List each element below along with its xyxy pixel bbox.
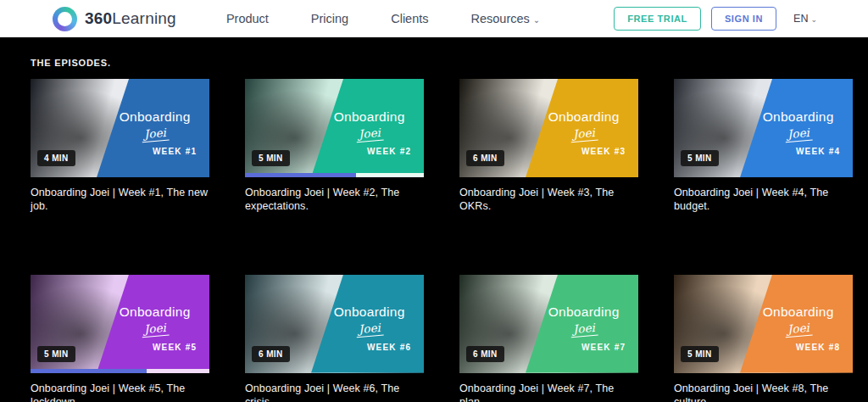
watch-progress-bar [245, 173, 424, 177]
episode-overlay-text: Onboarding Joei [535, 109, 633, 142]
episode-caption[interactable]: Onboarding Joei | Week #4, The budget. [674, 186, 853, 214]
episode-thumbnail[interactable]: Onboarding Joei WEEK #1 4 MIN [31, 79, 209, 177]
brand-ring-icon [53, 7, 77, 31]
nav-item-label: Clients [391, 12, 428, 25]
nav-item-pricing[interactable]: Pricing [311, 12, 348, 25]
duration-badge: 6 MIN [252, 346, 290, 362]
language-selector[interactable]: EN⌄ [793, 13, 817, 25]
episode-week-label: WEEK #3 [581, 147, 626, 156]
duration-badge: 5 MIN [681, 346, 719, 362]
overlay-series-title: Onboarding [535, 109, 633, 125]
episode-week-label: WEEK #8 [796, 343, 840, 352]
episode-caption[interactable]: Onboarding Joei | Week #7, The plan. [459, 382, 638, 402]
watch-progress-fill [31, 369, 147, 373]
episode-overlay-text: Onboarding Joei [106, 109, 204, 142]
nav-item-label: Resources [471, 12, 530, 25]
episodes-row-1: Onboarding Joei WEEK #1 4 MIN Onboarding… [31, 79, 868, 214]
episode-week-label: WEEK #7 [581, 343, 626, 352]
episodes-row-2: Onboarding Joei WEEK #5 5 MIN Onboarding… [31, 275, 868, 402]
episode-week-label: WEEK #2 [367, 147, 411, 156]
episode-overlay-text: Onboarding Joei [749, 109, 848, 142]
episode-card[interactable]: Onboarding Joei WEEK #5 5 MIN Onboarding… [31, 275, 209, 402]
overlay-series-script: Joei [570, 126, 598, 143]
episode-overlay-text: Onboarding Joei [320, 304, 419, 337]
overlay-series-title: Onboarding [320, 109, 419, 125]
episode-caption[interactable]: Onboarding Joei | Week #3, The OKRs. [459, 186, 638, 214]
nav-item-label: Pricing [311, 12, 348, 25]
free-trial-button[interactable]: FREE TRIAL [614, 7, 701, 31]
duration-badge: 5 MIN [681, 150, 719, 166]
overlay-series-title: Onboarding [320, 304, 419, 320]
episode-week-label: WEEK #4 [796, 147, 840, 156]
overlay-series-script: Joei [570, 321, 598, 338]
nav-item-product[interactable]: Product [226, 12, 269, 25]
overlay-series-title: Onboarding [106, 109, 204, 125]
episode-caption[interactable]: Onboarding Joei | Week #2, The expectati… [245, 186, 424, 214]
brand-name-regular: Learning [112, 9, 176, 27]
duration-badge: 5 MIN [37, 346, 75, 362]
duration-badge: 6 MIN [466, 150, 504, 166]
episode-card[interactable]: Onboarding Joei WEEK #8 5 MIN Onboarding… [674, 275, 853, 402]
episode-caption[interactable]: Onboarding Joei | Week #8, The culture. [674, 382, 853, 402]
brand-name: 360Learning [85, 9, 176, 28]
chevron-down-icon: ⌄ [810, 15, 817, 24]
episode-thumbnail[interactable]: Onboarding Joei WEEK #4 5 MIN [674, 79, 853, 177]
episode-overlay-text: Onboarding Joei [749, 304, 848, 337]
episodes-section: THE EPISODES. Onboarding Joei WEEK #1 4 … [0, 37, 868, 402]
duration-badge: 6 MIN [466, 346, 504, 362]
nav-item-resources[interactable]: Resources⌄ [471, 12, 541, 25]
site-header: 360Learning ProductPricingClientsResourc… [0, 0, 868, 37]
episode-overlay-text: Onboarding Joei [106, 304, 204, 337]
overlay-series-title: Onboarding [106, 304, 204, 320]
header-actions: FREE TRIAL SIGN IN EN⌄ [614, 7, 817, 31]
overlay-series-title: Onboarding [749, 109, 848, 125]
episode-thumbnail[interactable]: Onboarding Joei WEEK #8 5 MIN [674, 275, 853, 373]
duration-badge: 4 MIN [37, 150, 75, 166]
overlay-series-title: Onboarding [749, 304, 848, 320]
episode-card[interactable]: Onboarding Joei WEEK #4 5 MIN Onboarding… [674, 79, 853, 214]
watch-progress-bar [31, 369, 209, 373]
episode-thumbnail[interactable]: Onboarding Joei WEEK #6 6 MIN [245, 275, 424, 373]
episode-card[interactable]: Onboarding Joei WEEK #1 4 MIN Onboarding… [31, 79, 209, 214]
episode-thumbnail[interactable]: Onboarding Joei WEEK #3 6 MIN [459, 79, 638, 177]
overlay-series-title: Onboarding [535, 304, 633, 320]
overlay-series-script: Joei [784, 321, 812, 338]
duration-badge: 5 MIN [252, 150, 290, 166]
episode-card[interactable]: Onboarding Joei WEEK #2 5 MIN Onboarding… [245, 79, 424, 214]
section-title: THE EPISODES. [31, 58, 868, 68]
overlay-series-script: Joei [141, 126, 169, 143]
overlay-series-script: Joei [784, 126, 812, 143]
episode-overlay-text: Onboarding Joei [535, 304, 633, 337]
episode-week-label: WEEK #1 [153, 147, 197, 156]
episode-card[interactable]: Onboarding Joei WEEK #3 6 MIN Onboarding… [459, 79, 638, 214]
episode-card[interactable]: Onboarding Joei WEEK #6 6 MIN Onboarding… [245, 275, 424, 402]
episode-thumbnail[interactable]: Onboarding Joei WEEK #5 5 MIN [31, 275, 209, 373]
episode-caption[interactable]: Onboarding Joei | Week #1, The new job. [31, 186, 209, 214]
episode-overlay-text: Onboarding Joei [320, 109, 419, 142]
sign-in-button[interactable]: SIGN IN [711, 7, 776, 31]
overlay-series-script: Joei [141, 321, 169, 338]
episode-week-label: WEEK #6 [367, 343, 411, 352]
watch-progress-fill [245, 173, 356, 177]
nav-item-label: Product [226, 12, 269, 25]
brand-name-bold: 360 [85, 9, 112, 27]
nav-item-clients[interactable]: Clients [391, 12, 428, 25]
episode-card[interactable]: Onboarding Joei WEEK #7 6 MIN Onboarding… [459, 275, 638, 402]
chevron-down-icon: ⌄ [533, 15, 540, 25]
episode-thumbnail[interactable]: Onboarding Joei WEEK #2 5 MIN [245, 79, 424, 177]
overlay-series-script: Joei [355, 321, 383, 338]
language-label: EN [793, 13, 808, 25]
episode-thumbnail[interactable]: Onboarding Joei WEEK #7 6 MIN [459, 275, 638, 373]
brand-logo[interactable]: 360Learning [53, 7, 176, 31]
overlay-series-script: Joei [355, 126, 383, 143]
episode-caption[interactable]: Onboarding Joei | Week #6, The crisis. [245, 382, 424, 402]
episode-week-label: WEEK #5 [153, 343, 197, 352]
main-nav: ProductPricingClientsResources⌄ [205, 12, 561, 25]
episode-caption[interactable]: Onboarding Joei | Week #5, The lockdown. [31, 382, 209, 402]
